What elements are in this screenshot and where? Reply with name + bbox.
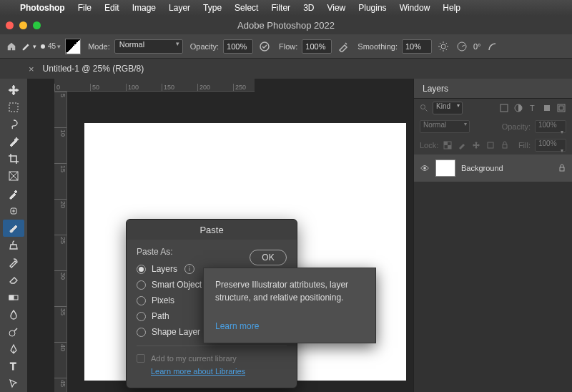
minimize-window-button[interactable] (19, 21, 27, 29)
menu-help[interactable]: Help (443, 3, 460, 13)
svg-rect-11 (500, 104, 508, 112)
menu-view[interactable]: View (327, 3, 345, 13)
blur-tool[interactable] (3, 306, 24, 323)
svg-rect-7 (9, 295, 14, 300)
svg-point-10 (421, 105, 425, 109)
document-tab[interactable]: × Untitled-1 @ 25% (RGB/8) (29, 64, 144, 74)
zoom-window-button[interactable] (33, 21, 41, 29)
smoothing-label: Smoothing: (358, 42, 398, 51)
visibility-toggle-icon[interactable] (420, 163, 430, 173)
add-to-library-checkbox[interactable]: Add to my current library (137, 352, 287, 365)
radio-icon (137, 296, 146, 305)
brush-size-dot[interactable]: 45 ▾ (41, 42, 61, 50)
layer-opacity-input[interactable]: 100% (535, 120, 566, 133)
layer-kind-filter[interactable]: Kind (433, 102, 463, 114)
layers-list: Background (414, 155, 572, 392)
svg-rect-20 (488, 142, 493, 148)
document-tab-bar: × Untitled-1 @ 25% (RGB/8) (0, 59, 572, 79)
radio-icon (137, 328, 146, 337)
flow-input[interactable]: 100% (302, 39, 332, 54)
healing-brush-tool[interactable] (3, 202, 24, 219)
fill-label: Fill: (518, 141, 531, 150)
mode-label: Mode: (88, 42, 110, 51)
menu-edit[interactable]: Edit (104, 3, 119, 13)
brush-preset-picker[interactable]: ▾ (21, 41, 36, 52)
lock-position-icon[interactable] (471, 140, 481, 150)
svg-point-22 (423, 167, 426, 170)
crop-tool[interactable] (3, 151, 24, 167)
smoothing-input[interactable]: 10% (402, 39, 432, 54)
layer-fill-input[interactable]: 100% (535, 139, 566, 152)
home-icon[interactable] (6, 41, 17, 52)
document-tab-label: Untitled-1 @ 25% (RGB/8) (43, 64, 144, 74)
menu-filter[interactable]: Filter (271, 3, 290, 13)
eraser-tool[interactable] (3, 272, 24, 288)
dodge-tool[interactable] (3, 323, 24, 340)
svg-rect-19 (448, 145, 451, 149)
pressure-size-icon[interactable] (485, 39, 500, 54)
app-menu[interactable]: Photoshop (20, 3, 65, 13)
menu-type[interactable]: Type (203, 3, 222, 13)
path-selection-tool[interactable] (3, 376, 24, 392)
layer-row[interactable]: Background (414, 155, 572, 182)
ok-button[interactable]: OK (250, 250, 287, 265)
layers-panel-tab[interactable]: Layers (414, 79, 572, 99)
airbrush-icon[interactable] (336, 39, 350, 54)
learn-libraries-link[interactable]: Learn more about Libraries (151, 367, 245, 376)
filter-smartobject-icon[interactable] (556, 103, 566, 113)
filter-adjustment-icon[interactable] (513, 103, 523, 113)
svg-point-1 (441, 44, 445, 49)
menu-image[interactable]: Image (132, 3, 156, 13)
close-tab-icon[interactable]: × (29, 64, 34, 74)
lock-fill-row: Lock: Fill: 100% (414, 136, 572, 155)
layer-blend-select[interactable]: Normal (420, 120, 470, 133)
layer-thumbnail[interactable] (435, 160, 455, 177)
lock-icon[interactable] (558, 164, 566, 172)
history-brush-tool[interactable] (3, 255, 24, 271)
clone-stamp-tool[interactable] (3, 237, 24, 254)
lock-transparency-icon[interactable] (443, 140, 453, 150)
menu-layer[interactable]: Layer (169, 3, 190, 13)
menu-3d[interactable]: 3D (303, 3, 314, 13)
filter-shape-icon[interactable] (542, 103, 552, 113)
macos-menubar: Photoshop File Edit Image Layer Type Sel… (0, 0, 572, 16)
lock-artboard-icon[interactable] (485, 140, 495, 150)
blend-mode-select[interactable]: Normal (114, 39, 183, 54)
brush-size-value: 45 (48, 42, 56, 50)
opacity-input[interactable]: 100% (223, 39, 253, 54)
lasso-tool[interactable] (3, 116, 24, 132)
svg-rect-3 (9, 103, 18, 112)
checkbox-icon (137, 354, 145, 363)
lock-all-icon[interactable] (500, 140, 510, 150)
gradient-tool[interactable] (3, 289, 24, 305)
brush-tool[interactable] (3, 220, 24, 236)
layer-name-label[interactable]: Background (461, 164, 552, 172)
lock-pixels-icon[interactable] (457, 140, 467, 150)
dialog-title: Paste (127, 220, 297, 240)
flow-label: Flow: (279, 42, 297, 51)
smoothing-options-icon[interactable] (436, 39, 450, 54)
move-tool[interactable] (3, 82, 24, 98)
type-tool[interactable]: T (3, 358, 24, 375)
svg-rect-14 (544, 105, 550, 111)
menu-window[interactable]: Window (400, 3, 430, 13)
menu-plugins[interactable]: Plugins (358, 3, 386, 13)
frame-tool[interactable] (3, 168, 24, 185)
filter-type-icon[interactable]: T (528, 103, 538, 113)
info-icon[interactable]: i (184, 264, 194, 274)
marquee-tool[interactable] (3, 99, 24, 115)
pen-tool[interactable] (3, 341, 24, 358)
filter-pixel-icon[interactable] (499, 103, 509, 113)
magic-wand-tool[interactable] (3, 134, 24, 150)
learn-more-link[interactable]: Learn more (215, 320, 364, 333)
angle-value[interactable]: 0° (473, 42, 481, 51)
close-window-button[interactable] (6, 21, 14, 29)
pressure-opacity-icon[interactable] (257, 39, 272, 54)
menu-select[interactable]: Select (235, 3, 258, 13)
window-titlebar: Adobe Photoshop 2022 (0, 16, 572, 34)
brush-swatch[interactable] (65, 39, 81, 54)
brush-angle-icon[interactable] (455, 39, 469, 54)
svg-point-8 (9, 330, 15, 336)
eyedropper-tool[interactable] (3, 185, 24, 202)
menu-file[interactable]: File (78, 3, 92, 13)
